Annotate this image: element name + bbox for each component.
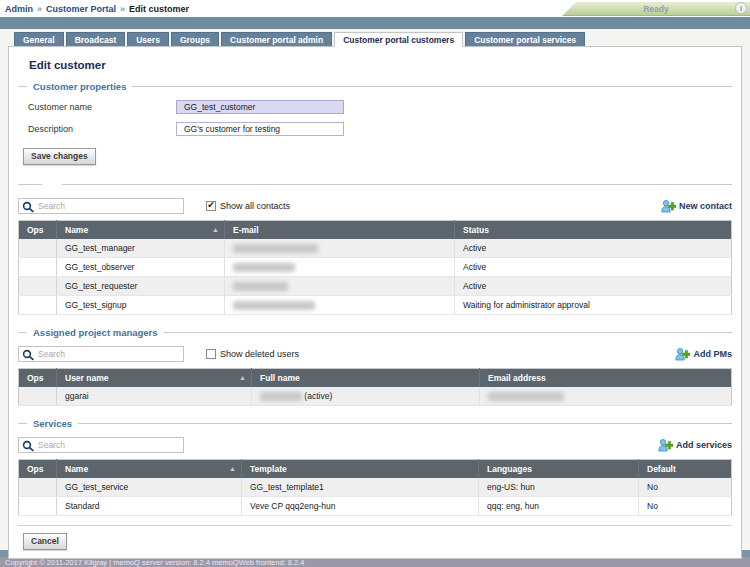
show-deleted-users-label: Show deleted users <box>220 349 299 359</box>
column-header-full-name[interactable]: Full name <box>252 369 480 387</box>
tab-customer-portal-customers[interactable]: Customer portal customers <box>334 32 463 47</box>
contact-status-cell: Active <box>455 258 732 277</box>
ops-cell <box>19 387 57 406</box>
bottom-divider <box>18 525 732 526</box>
field-input[interactable] <box>176 122 344 136</box>
contact-status-cell: Active <box>455 277 732 296</box>
info-icon[interactable]: i <box>735 2 747 14</box>
column-header-name[interactable]: Name▲ <box>57 460 242 478</box>
ops-cell <box>19 497 57 516</box>
service-name-cell: Standard <box>57 497 242 516</box>
person-add-icon <box>658 438 673 452</box>
cancel-button[interactable]: Cancel <box>23 533 67 550</box>
tab-users[interactable]: Users <box>127 32 169 46</box>
section-title: Customer properties <box>27 81 132 92</box>
service-default-cell: No <box>639 478 732 497</box>
save-changes-button[interactable]: Save changes <box>23 148 96 165</box>
ops-cell <box>19 296 57 315</box>
column-header-template[interactable]: Template <box>242 460 479 478</box>
table-row: StandardVeve CP qqq2eng-hunqqq: eng, hun… <box>19 497 732 516</box>
table-row: GG_test_observerActive <box>19 258 732 277</box>
contact-name-cell: GG_test_observer <box>57 258 225 277</box>
main-panel: Edit customer Customer properties Custom… <box>8 46 742 559</box>
tab-groups[interactable]: Groups <box>171 32 219 46</box>
service-template-cell: Veve CP qqq2eng-hun <box>242 497 479 516</box>
column-header-e-mail[interactable]: E-mail <box>225 221 455 239</box>
search-icon <box>22 201 34 213</box>
contact-email-cell <box>225 296 455 315</box>
section-services: Services <box>18 417 732 429</box>
new-contact-button[interactable]: New contact <box>661 199 732 213</box>
column-header-ops[interactable]: Ops <box>19 369 57 387</box>
field-input[interactable] <box>176 100 344 114</box>
pm-email-cell <box>480 387 732 406</box>
column-header-email-address[interactable]: Email address <box>480 369 732 387</box>
table-row: GG_test_requesterActive <box>19 277 732 296</box>
top-bar: Admin»Customer Portal»Edit customer Read… <box>0 0 750 17</box>
add-services-button[interactable]: Add services <box>658 438 732 452</box>
contact-name-cell: GG_test_requester <box>57 277 225 296</box>
column-header-default[interactable]: Default <box>639 460 732 478</box>
service-template-cell: GG_test_template1 <box>242 478 479 497</box>
contact-status-cell: Waiting for administrator approval <box>455 296 732 315</box>
contact-status-cell: Active <box>455 239 732 258</box>
breadcrumb: Admin»Customer Portal»Edit customer <box>0 4 189 14</box>
contact-name-cell: GG_test_manager <box>57 239 225 258</box>
pm-search <box>18 346 184 362</box>
section-project-managers: Assigned project managers <box>18 326 732 338</box>
section-contacts-divider <box>18 178 732 190</box>
status-ready-label: Ready <box>643 4 669 14</box>
breadcrumb-separator: » <box>120 4 125 14</box>
column-header-languages[interactable]: Languages <box>479 460 639 478</box>
breadcrumb-item[interactable]: Admin <box>5 4 33 14</box>
table-row: GG_test_signupWaiting for administrator … <box>19 296 732 315</box>
ops-cell <box>19 239 57 258</box>
show-deleted-users-checkbox[interactable] <box>206 349 216 359</box>
tab-customer-portal-services[interactable]: Customer portal services <box>465 32 585 46</box>
person-add-icon <box>661 199 676 213</box>
breadcrumb-item: Edit customer <box>129 4 189 14</box>
show-all-contacts-checkbox[interactable] <box>206 201 216 211</box>
contact-name-cell: GG_test_signup <box>57 296 225 315</box>
contact-email-cell <box>225 277 455 296</box>
person-add-icon <box>675 347 690 361</box>
add-pms-button[interactable]: Add PMs <box>675 347 732 361</box>
sort-ascending-icon: ▲ <box>212 226 219 233</box>
search-icon <box>22 349 34 361</box>
service-name-cell: GG_test_service <box>57 478 242 497</box>
table-row: ggarai (active) <box>19 387 732 406</box>
tab-customer-portal-admin[interactable]: Customer portal admin <box>221 32 332 46</box>
pm-username-cell: ggarai <box>57 387 252 406</box>
breadcrumb-separator: » <box>37 4 42 14</box>
pm-fullname-cell: (active) <box>252 387 480 406</box>
column-header-status[interactable]: Status <box>455 221 732 239</box>
sort-ascending-icon: ▲ <box>239 374 246 381</box>
sort-ascending-icon: ▲ <box>229 465 236 472</box>
breadcrumb-item[interactable]: Customer Portal <box>46 4 116 14</box>
service-default-cell: No <box>639 497 732 516</box>
column-header-name[interactable]: Name▲ <box>57 221 225 239</box>
pm-toolbar: Show deleted users Add PMs <box>18 345 732 363</box>
services-search-input[interactable] <box>18 437 184 453</box>
contacts-table: OpsName▲E-mailStatus GG_test_managerActi… <box>18 220 732 315</box>
services-search <box>18 437 184 453</box>
section-title: Services <box>27 418 78 429</box>
tab-general[interactable]: General <box>14 32 64 46</box>
redacted-text <box>233 282 288 291</box>
services-toolbar: Add services <box>18 436 732 454</box>
field-label: Description <box>28 124 176 134</box>
contacts-search-input[interactable] <box>18 198 184 214</box>
column-header-user-name[interactable]: User name▲ <box>57 369 252 387</box>
ops-cell <box>19 277 57 296</box>
column-header-ops[interactable]: Ops <box>19 221 57 239</box>
tab-bar: GeneralBroadcastUsersGroupsCustomer port… <box>0 32 750 46</box>
services-table: OpsName▲TemplateLanguagesDefault GG_test… <box>18 459 732 516</box>
column-header-ops[interactable]: Ops <box>19 460 57 478</box>
pm-search-input[interactable] <box>18 346 184 362</box>
page-title: Edit customer <box>29 59 732 71</box>
service-languages-cell: eng-US: hun <box>479 478 639 497</box>
field-label: Customer name <box>28 102 176 112</box>
redacted-text <box>233 263 295 272</box>
ops-cell <box>19 258 57 277</box>
tab-broadcast[interactable]: Broadcast <box>66 32 126 46</box>
